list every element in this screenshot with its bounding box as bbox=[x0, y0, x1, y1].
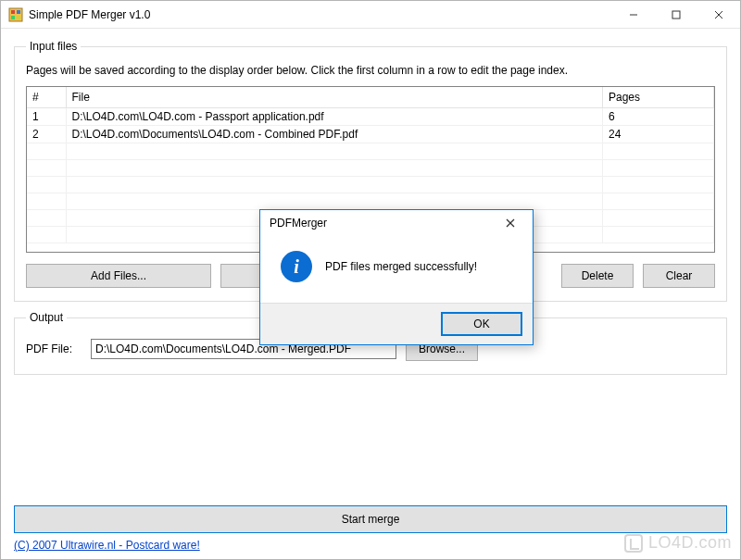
svg-rect-6 bbox=[672, 11, 680, 19]
output-label: PDF File: bbox=[26, 342, 82, 355]
table-row[interactable]: 1 D:\LO4D.com\LO4D.com - Passport applic… bbox=[27, 107, 714, 125]
delete-button[interactable]: Delete bbox=[561, 264, 634, 288]
maximize-button[interactable] bbox=[655, 1, 697, 29]
svg-rect-1 bbox=[11, 10, 15, 14]
footer-link[interactable]: (C) 2007 Ultrawire.nl - Postcard ware! bbox=[14, 539, 200, 552]
cell-pages[interactable]: 6 bbox=[603, 107, 714, 125]
cell-file[interactable]: D:\LO4D.com\LO4D.com - Passport applicat… bbox=[66, 107, 603, 125]
col-header-index[interactable]: # bbox=[27, 87, 66, 107]
col-header-file[interactable]: File bbox=[66, 87, 603, 107]
titlebar: Simple PDF Merger v1.0 bbox=[1, 1, 740, 29]
table-row[interactable] bbox=[27, 193, 714, 209]
table-row[interactable]: 2 D:\LO4D.com\Documents\LO4D.com - Combi… bbox=[27, 125, 714, 143]
dialog-titlebar[interactable]: PDFMerger bbox=[260, 210, 533, 236]
svg-rect-4 bbox=[17, 16, 20, 19]
cell-index[interactable]: 1 bbox=[27, 107, 66, 125]
dialog-ok-button[interactable]: OK bbox=[442, 313, 521, 335]
minimize-button[interactable] bbox=[612, 1, 655, 29]
col-header-pages[interactable]: Pages bbox=[603, 87, 714, 107]
svg-rect-3 bbox=[11, 16, 15, 19]
start-merge-button[interactable]: Start merge bbox=[14, 505, 727, 533]
table-row[interactable] bbox=[27, 143, 714, 159]
add-files-button[interactable]: Add Files... bbox=[26, 264, 211, 288]
app-icon bbox=[8, 7, 23, 22]
info-icon: i bbox=[281, 251, 312, 282]
dialog-message: PDF files merged successfully! bbox=[325, 260, 477, 273]
clear-button[interactable]: Clear bbox=[643, 264, 715, 288]
cell-index[interactable]: 2 bbox=[27, 125, 66, 143]
svg-rect-2 bbox=[17, 10, 20, 14]
table-row[interactable] bbox=[27, 176, 714, 193]
instruction-text: Pages will be saved according to the dis… bbox=[26, 64, 715, 77]
cell-file[interactable]: D:\LO4D.com\Documents\LO4D.com - Combine… bbox=[66, 125, 603, 143]
output-legend: Output bbox=[26, 311, 67, 324]
table-row[interactable] bbox=[27, 159, 714, 176]
cell-pages[interactable]: 24 bbox=[603, 125, 714, 143]
window-title: Simple PDF Merger v1.0 bbox=[29, 8, 150, 21]
close-button[interactable] bbox=[697, 1, 740, 29]
dialog-title: PDFMerger bbox=[270, 217, 327, 230]
message-dialog: PDFMerger i PDF files merged successfull… bbox=[259, 209, 534, 345]
input-files-legend: Input files bbox=[26, 40, 81, 53]
dialog-close-button[interactable] bbox=[494, 212, 527, 234]
